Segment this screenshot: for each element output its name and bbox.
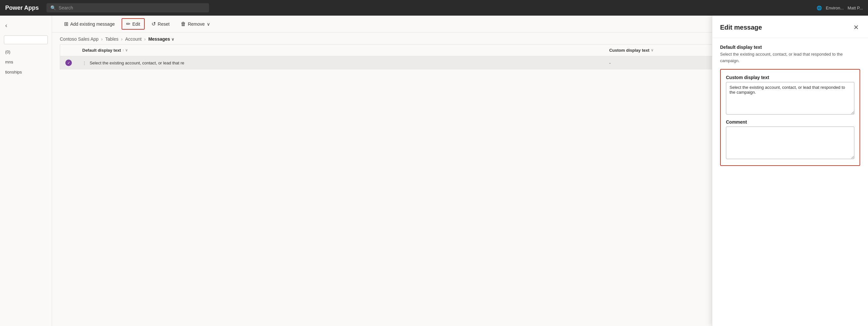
breadcrumb-chevron-icon[interactable]: ∨ xyxy=(171,37,174,42)
panel-title: Edit message xyxy=(720,24,762,31)
edit-button[interactable]: ✏ Edit xyxy=(122,18,145,30)
search-input[interactable] xyxy=(59,5,205,10)
sidebar-search-input[interactable] xyxy=(4,35,48,44)
sort-icons[interactable]: ↑ ∨ xyxy=(122,48,128,52)
nav-right: 🌐 Environ... Matt P... xyxy=(817,5,863,10)
top-nav: Power Apps 🔍 🌐 Environ... Matt P... xyxy=(0,0,868,16)
edit-label: Edit xyxy=(132,22,140,27)
custom-display-field: Custom display text xyxy=(726,75,854,116)
panel-header: Edit message ✕ xyxy=(712,16,868,38)
env-label: Environ... xyxy=(826,5,844,10)
remove-label: Remove xyxy=(188,22,205,27)
edit-message-panel: Edit message ✕ Default display text Sele… xyxy=(712,16,868,326)
panel-highlighted-section: Custom display text Comment xyxy=(720,69,860,166)
panel-body: Default display text Select the existing… xyxy=(712,38,868,172)
panel-close-button[interactable]: ✕ xyxy=(852,22,860,33)
table-col-check xyxy=(60,45,78,56)
default-display-section: Default display text Select the existing… xyxy=(720,45,860,64)
sidebar-item-0[interactable]: (0) xyxy=(0,47,52,57)
user-label: Matt P... xyxy=(847,5,863,10)
table-cell-default: ⋮ Select the existing account, contact, … xyxy=(77,56,604,70)
breadcrumb-sep-2: › xyxy=(144,36,146,42)
edit-icon: ✏ xyxy=(126,21,130,27)
sidebar-item-1[interactable]: mns xyxy=(0,57,52,67)
close-icon: ✕ xyxy=(854,24,859,31)
breadcrumb-current-label: Messages xyxy=(148,36,170,42)
breadcrumb-part-2[interactable]: Account xyxy=(125,36,142,42)
breadcrumb-part-0[interactable]: Contoso Sales App xyxy=(60,36,98,42)
app-title: Power Apps xyxy=(5,5,39,11)
add-existing-message-button[interactable]: ⊞ Add existing message xyxy=(60,19,119,29)
filter-icon[interactable]: ∨ xyxy=(651,48,653,52)
breadcrumb-sep-0: › xyxy=(101,36,103,42)
check-icon: ✓ xyxy=(65,60,72,66)
breadcrumb-part-1[interactable]: Tables xyxy=(105,36,118,42)
custom-display-label: Custom display text xyxy=(726,75,854,80)
search-box[interactable]: 🔍 xyxy=(46,3,209,12)
comment-textarea[interactable] xyxy=(726,126,854,159)
reset-icon: ↺ xyxy=(152,21,156,27)
breadcrumb-current: Messages ∨ xyxy=(148,36,174,42)
comment-label: Comment xyxy=(726,119,854,125)
sidebar-item-label-1: mns xyxy=(5,60,13,64)
remove-chevron-icon: ∨ xyxy=(207,22,210,27)
add-message-icon: ⊞ xyxy=(64,21,68,27)
sidebar-item-label-0: (0) xyxy=(5,50,10,54)
sidebar-item-2[interactable]: tionships xyxy=(0,67,52,77)
sidebar-back-button[interactable]: ‹ xyxy=(0,18,52,33)
col-custom-label: Custom display text xyxy=(609,48,650,53)
remove-button[interactable]: 🗑 Remove ∨ xyxy=(177,19,214,29)
reset-button[interactable]: ↺ Reset xyxy=(147,19,174,29)
sidebar: ‹ (0) mns tionships xyxy=(0,16,52,326)
add-message-label: Add existing message xyxy=(70,22,115,27)
default-display-desc: Select the existing account, contact, or… xyxy=(720,51,860,64)
remove-icon: 🗑 xyxy=(181,21,186,27)
row-more-icon[interactable]: ⋮ xyxy=(82,61,87,65)
col-default-label: Default display text xyxy=(82,48,121,53)
row-default-text: Select the existing account, contact, or… xyxy=(90,61,184,65)
search-icon: 🔍 xyxy=(51,5,56,10)
comment-field: Comment xyxy=(726,119,854,160)
custom-display-textarea[interactable] xyxy=(726,82,854,115)
globe-icon: 🌐 xyxy=(817,5,822,10)
default-display-label: Default display text xyxy=(720,45,860,50)
breadcrumb-sep-1: › xyxy=(121,36,123,42)
sidebar-item-label-2: tionships xyxy=(5,70,22,75)
table-col-default[interactable]: Default display text ↑ ∨ xyxy=(77,45,604,56)
table-cell-check: ✓ xyxy=(60,56,78,70)
reset-label: Reset xyxy=(158,22,170,27)
